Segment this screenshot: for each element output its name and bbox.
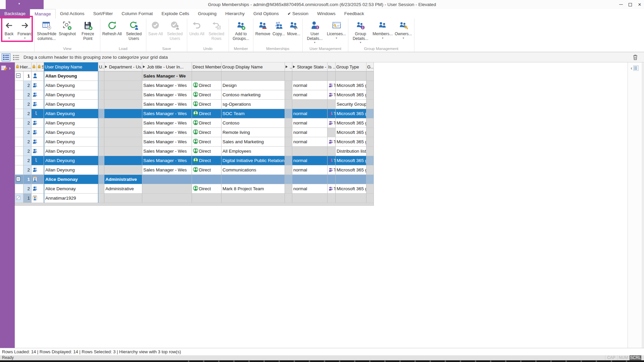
cell-g[interactable] — [366, 100, 374, 109]
quick-access-caret-icon[interactable]: ▾ — [18, 2, 20, 5]
copy-button[interactable]: Copy... — [271, 20, 286, 37]
owners-button[interactable]: Owners...▾ — [394, 20, 413, 40]
cell-is[interactable]: T — [328, 118, 336, 128]
cell-exp[interactable] — [15, 175, 23, 184]
cell-direct[interactable]: Direct — [192, 100, 221, 109]
cell-u[interactable] — [98, 194, 104, 203]
cell-is[interactable] — [328, 175, 336, 184]
col-header-is[interactable]: Is ... — [328, 62, 336, 71]
tab-manage[interactable]: Manage — [30, 9, 56, 18]
cell-g[interactable] — [366, 156, 374, 165]
cell-icon[interactable] — [32, 156, 44, 165]
cell-num[interactable]: 2 — [23, 137, 32, 147]
cell-is[interactable] — [328, 71, 336, 81]
cell-job[interactable]: Sales Manager - Wes — [142, 165, 192, 175]
cell-n1[interactable] — [285, 137, 292, 147]
cell-icon[interactable] — [32, 147, 44, 156]
col-header-user-display-name[interactable]: User Display Name — [44, 62, 98, 71]
selected-users-button[interactable]: Selected Users — [164, 20, 186, 41]
cell-direct[interactable]: Direct — [192, 165, 221, 175]
cell-num[interactable]: 2 — [23, 165, 32, 175]
cell-g[interactable] — [366, 128, 374, 137]
cell-g[interactable] — [366, 175, 374, 184]
cell-gtype[interactable] — [336, 71, 366, 81]
dropdown-caret-icon[interactable]: ▾ — [24, 37, 26, 40]
cell-is[interactable] — [328, 147, 336, 156]
cell-group[interactable]: All Employees — [221, 147, 285, 156]
cell-icon[interactable] — [32, 109, 44, 118]
cell-n1[interactable] — [285, 194, 292, 203]
cell-direct[interactable]: Direct — [192, 90, 221, 100]
cell-u[interactable] — [98, 109, 104, 118]
cell-is[interactable]: T — [328, 156, 336, 165]
cell-u[interactable] — [98, 156, 104, 165]
tab-backstage[interactable]: Backstage — [0, 9, 30, 18]
cell-n1[interactable] — [285, 128, 292, 137]
tab-sort-filter[interactable]: Sort/Filter — [89, 9, 117, 18]
cell-dept[interactable] — [104, 90, 142, 100]
cell-n1[interactable] — [285, 100, 292, 109]
cell-storage[interactable]: normal — [292, 118, 328, 128]
grid-row-5[interactable]: 2Allan DeyoungSales Manager - WesDirectS… — [15, 109, 374, 118]
cell-storage[interactable] — [292, 71, 328, 81]
grouping-zone[interactable]: Drag a column header to this grouping zo… — [0, 52, 644, 62]
cell-gtype[interactable]: Microsoft 365 gr — [336, 165, 366, 175]
cell-g[interactable] — [366, 81, 374, 90]
cell-name[interactable]: Allan Deyoung — [44, 128, 98, 137]
cell-num[interactable]: 2 — [23, 81, 32, 90]
dropdown-caret-icon[interactable]: ▾ — [382, 37, 383, 40]
cell-icon[interactable] — [32, 90, 44, 100]
freeze-point-button[interactable]: Freeze Point — [77, 20, 99, 41]
cell-u[interactable] — [98, 118, 104, 128]
group-details-button[interactable]: Group Details...▾ — [349, 20, 371, 45]
dropdown-caret-icon[interactable]: ▾ — [403, 37, 404, 40]
cell-u[interactable] — [98, 165, 104, 175]
undo-all-button[interactable]: Undo All — [188, 20, 205, 37]
col-header-u[interactable]: U... — [98, 62, 104, 71]
cell-job[interactable]: Sales Manager - Wes — [142, 147, 192, 156]
grid-row-4[interactable]: 2Allan DeyoungSales Manager - WesDirects… — [15, 100, 374, 109]
user-details-button[interactable]: User Details...▾ — [304, 20, 326, 45]
dropdown-caret-icon[interactable]: ▾ — [314, 41, 315, 44]
cell-is[interactable]: T — [328, 81, 336, 90]
cell-icon[interactable] — [32, 81, 44, 90]
cell-job[interactable]: Sales Manager - Wes — [142, 118, 192, 128]
cell-g[interactable] — [366, 90, 374, 100]
cell-u[interactable] — [98, 184, 104, 194]
right-panel-strip[interactable]: ‹ — [628, 62, 642, 348]
cell-is[interactable] — [328, 128, 336, 137]
cell-group[interactable]: sg-Operations — [221, 100, 285, 109]
tab-grid-options[interactable]: Grid Options — [249, 9, 283, 18]
cell-is[interactable] — [328, 100, 336, 109]
cell-storage[interactable]: normal — [292, 109, 328, 118]
cell-direct[interactable]: Direct — [192, 118, 221, 128]
cell-job[interactable] — [142, 194, 192, 203]
cell-job[interactable]: Sales Manager - We — [142, 71, 192, 81]
cell-g[interactable] — [366, 118, 374, 128]
cell-g[interactable] — [366, 137, 374, 147]
cell-icon[interactable] — [32, 137, 44, 147]
cell-job[interactable]: Sales Manager - Wes — [142, 109, 192, 118]
cell-storage[interactable] — [292, 100, 328, 109]
cell-u[interactable] — [98, 137, 104, 147]
scrollbar-strip[interactable] — [642, 62, 644, 348]
cell-gtype[interactable]: Microsoft 365 gr — [336, 137, 366, 147]
cell-num[interactable]: 1 — [23, 175, 32, 184]
dropdown-caret-icon[interactable]: ▾ — [360, 41, 361, 44]
cell-n1[interactable] — [285, 81, 292, 90]
cell-num[interactable]: 2 — [23, 118, 32, 128]
cell-gtype[interactable] — [336, 194, 366, 203]
cell-u[interactable] — [98, 147, 104, 156]
cell-direct[interactable]: Direct — [192, 184, 221, 194]
cell-exp[interactable] — [15, 90, 23, 100]
col-header-hier[interactable]: Hier... — [15, 62, 32, 71]
cell-job[interactable]: Sales Manager - Wes — [142, 156, 192, 165]
cell-u[interactable] — [98, 81, 104, 90]
cell-icon[interactable] — [32, 184, 44, 194]
cell-storage[interactable]: normal — [292, 81, 328, 90]
cell-num[interactable]: 2 — [23, 156, 32, 165]
cell-storage[interactable]: normal — [292, 165, 328, 175]
cell-num[interactable]: 2 — [23, 109, 32, 118]
cell-u[interactable] — [98, 90, 104, 100]
col-header-group-display-name[interactable]: Group Display Name — [221, 62, 285, 71]
